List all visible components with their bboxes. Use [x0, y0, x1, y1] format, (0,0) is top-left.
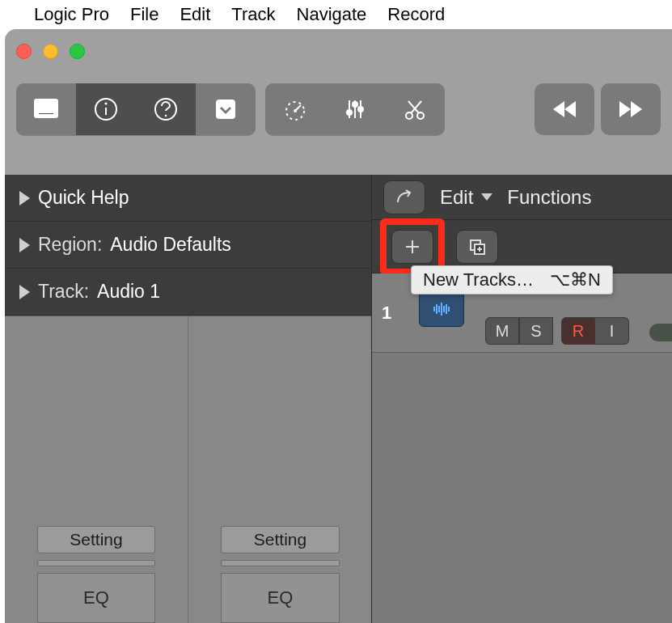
- inspector-button[interactable]: [76, 83, 136, 135]
- app-window: Quick Help Region: Audio Defaults Track:…: [5, 29, 672, 623]
- menu-track[interactable]: Track: [231, 4, 275, 25]
- svg-line-11: [295, 105, 301, 111]
- add-track-button[interactable]: [391, 230, 433, 264]
- track-buttons: M S R I: [485, 317, 629, 345]
- channel-slot[interactable]: [221, 560, 340, 566]
- duplicate-icon: [467, 237, 487, 256]
- window-controls: [16, 44, 85, 59]
- tooltip: New Tracks… ⌥⌘N: [411, 265, 613, 295]
- region-row[interactable]: Region: Audio Defaults: [5, 222, 371, 269]
- input-monitor-button[interactable]: I: [595, 317, 629, 345]
- eq-button[interactable]: EQ: [37, 573, 155, 623]
- menu-edit[interactable]: Edit: [180, 4, 210, 25]
- tooltip-shortcut: ⌥⌘N: [550, 269, 601, 290]
- rewind-button[interactable]: [535, 83, 594, 135]
- smart-tempo-button[interactable]: [265, 83, 325, 135]
- help-icon: [151, 95, 180, 124]
- track-value: Audio 1: [97, 281, 160, 303]
- svg-marker-23: [564, 101, 576, 117]
- disclosure-triangle-icon: [19, 285, 30, 299]
- tools-button-group: [265, 83, 445, 135]
- svg-line-21: [408, 101, 419, 113]
- track-meter: [649, 324, 672, 341]
- quick-help-row[interactable]: Quick Help: [5, 175, 371, 222]
- mixer-button[interactable]: [325, 83, 385, 135]
- window-titlebar: [5, 29, 672, 73]
- edit-menu[interactable]: Edit: [440, 186, 492, 209]
- quick-help-label: Quick Help: [38, 187, 129, 209]
- svg-point-16: [353, 102, 357, 107]
- plus-icon: [403, 237, 422, 256]
- close-window-button[interactable]: [16, 44, 32, 59]
- setting-button[interactable]: Setting: [221, 526, 340, 553]
- channel-strips: Setting EQ Setting EQ: [5, 316, 371, 623]
- app-name-menu[interactable]: Logic Pro: [34, 4, 109, 25]
- track-label: Track:: [38, 281, 89, 303]
- channel-strip-left: Setting EQ: [5, 316, 188, 623]
- functions-menu[interactable]: Functions: [507, 186, 591, 209]
- solo-button[interactable]: S: [519, 317, 553, 345]
- tempo-icon: [281, 95, 310, 124]
- catch-icon: [395, 188, 414, 207]
- forward-icon: [616, 95, 645, 124]
- svg-line-20: [411, 101, 421, 113]
- transport-group: [535, 83, 661, 135]
- tracks-primary-toolbar: Edit Functions: [372, 175, 672, 220]
- minimize-window-button[interactable]: [43, 44, 58, 59]
- svg-marker-24: [619, 101, 631, 117]
- svg-marker-22: [553, 101, 564, 117]
- workspace: Quick Help Region: Audio Defaults Track:…: [5, 175, 672, 623]
- channel-slot[interactable]: [37, 560, 155, 566]
- toolbar-toggle-button[interactable]: [196, 83, 256, 135]
- rewind-icon: [550, 95, 579, 124]
- catch-playhead-button[interactable]: [383, 180, 425, 214]
- track-index: 1: [372, 303, 401, 324]
- quick-help-button[interactable]: [136, 83, 196, 135]
- inspector-panel: Quick Help Region: Audio Defaults Track:…: [5, 175, 372, 623]
- duplicate-track-button[interactable]: [456, 230, 498, 264]
- track-icon-button[interactable]: [419, 291, 464, 327]
- menu-file[interactable]: File: [130, 4, 158, 25]
- mixer-icon: [340, 95, 370, 124]
- region-label: Region:: [38, 234, 102, 256]
- tooltip-text: New Tracks…: [423, 269, 534, 290]
- setting-button[interactable]: Setting: [37, 526, 155, 553]
- disclosure-triangle-icon: [19, 191, 30, 206]
- macos-menubar: Logic Pro File Edit Track Navigate Recor…: [0, 0, 672, 29]
- disclosure-triangle-icon: [19, 238, 30, 252]
- zoom-window-button[interactable]: [70, 44, 85, 59]
- scissors-icon: [400, 95, 429, 124]
- info-icon: [91, 95, 120, 124]
- chevron-down-icon: [481, 193, 492, 201]
- view-button-group: [16, 83, 256, 135]
- library-button[interactable]: [16, 83, 76, 135]
- edit-label: Edit: [440, 186, 473, 209]
- record-enable-button[interactable]: R: [561, 317, 595, 345]
- svg-rect-1: [35, 100, 57, 104]
- audio-wave-icon: [429, 301, 454, 317]
- channel-strip-right: Setting EQ: [188, 316, 371, 623]
- svg-point-5: [104, 102, 107, 104]
- library-icon: [32, 95, 61, 124]
- tracks-empty-area[interactable]: [372, 353, 672, 623]
- forward-button[interactable]: [601, 83, 661, 135]
- svg-rect-2: [38, 112, 54, 115]
- region-value: Audio Defaults: [110, 234, 231, 256]
- svg-point-15: [347, 110, 352, 115]
- display-icon: [211, 95, 240, 124]
- menu-record[interactable]: Record: [387, 4, 445, 25]
- svg-rect-8: [217, 100, 235, 118]
- track-row[interactable]: Track: Audio 1: [5, 269, 371, 316]
- svg-point-17: [358, 107, 363, 112]
- svg-marker-25: [631, 101, 642, 117]
- editors-button[interactable]: [385, 83, 445, 135]
- mute-button[interactable]: M: [485, 317, 519, 345]
- menu-navigate[interactable]: Navigate: [297, 4, 367, 25]
- svg-point-7: [165, 115, 167, 117]
- main-toolbar: [5, 73, 672, 146]
- eq-button[interactable]: EQ: [221, 573, 340, 623]
- tracks-area: Edit Functions New Tracks… ⌥⌘N: [372, 175, 672, 623]
